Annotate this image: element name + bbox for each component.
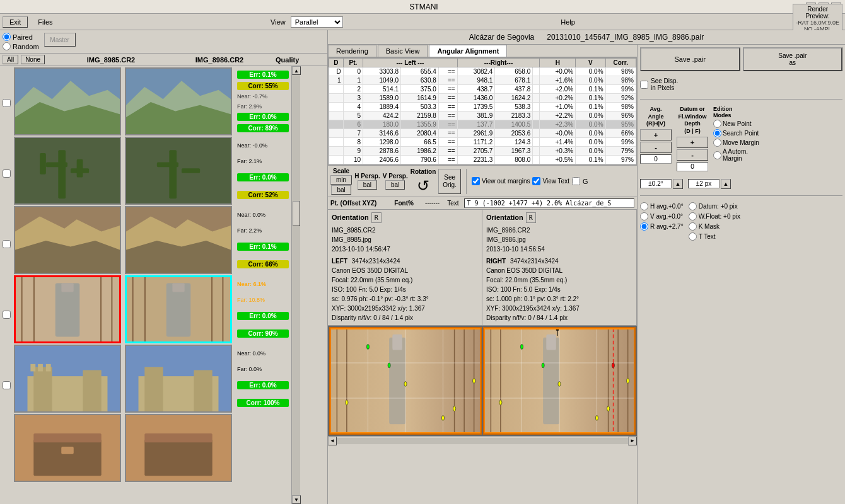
view-select[interactable]: Parallel Cross-eyed xyxy=(291,16,343,28)
table-row[interactable]: 6 180.01355.9== 137.71400.5 +2.3%0.0%95% xyxy=(329,120,636,129)
k-mask-radio[interactable] xyxy=(689,222,697,231)
h-scroll-track[interactable] xyxy=(337,438,628,444)
scroll-track[interactable] xyxy=(292,75,300,495)
step1-input[interactable] xyxy=(640,179,672,188)
h-persp-bal-btn[interactable]: bal xyxy=(358,180,377,190)
avg-minus-btn[interactable]: - xyxy=(640,142,672,153)
thumbnail-left-4[interactable] xyxy=(14,275,121,343)
p-new-point-radio[interactable] xyxy=(713,120,721,128)
datum-minus-btn[interactable]: - xyxy=(677,149,708,161)
table-row[interactable]: D 0 3303.8 655.4 == 3082.4 658.0 +0.0% 0… xyxy=(329,67,636,76)
row5-checkbox-left[interactable] xyxy=(3,381,11,389)
g-checkbox[interactable] xyxy=(572,177,580,185)
m-move-margin-radio[interactable] xyxy=(713,139,721,147)
files-menu[interactable]: Files xyxy=(33,17,57,27)
s-search-point-radio[interactable] xyxy=(713,129,721,137)
random-radio[interactable] xyxy=(3,42,11,50)
view-text-label: View Text xyxy=(542,178,569,185)
wfloat-radio[interactable] xyxy=(689,212,697,220)
thumbnail-right-6[interactable] xyxy=(125,414,232,482)
table-row[interactable]: 8 1298.066.5== 1171.2124.3 +1.4%0.0%99% xyxy=(329,138,636,147)
step1-up-btn[interactable]: ▲ xyxy=(673,179,683,189)
r-avg-row: R avg.+2.7° xyxy=(640,222,684,231)
thumbnail-right-4[interactable] xyxy=(125,275,232,343)
table-row[interactable]: 9 2878.61986.2== 2705.71967.3 +0.3%0.0%7… xyxy=(329,147,636,156)
quality-block-4: Near: 6.1% Far: 10.8% Err: 0.0% Corr: 90… xyxy=(236,275,290,343)
view-text-checkbox[interactable] xyxy=(532,177,540,185)
orient-left-sc: sc: 0.976 ph: -0.1° pv: -0.3° rt: 3.3° xyxy=(332,294,478,304)
rotation-label: Rotation xyxy=(411,168,436,175)
datum-plus-btn[interactable]: + xyxy=(677,137,708,148)
row1-checkbox-left[interactable] xyxy=(3,99,11,107)
step2-input[interactable] xyxy=(688,179,720,188)
datum-radio[interactable] xyxy=(689,202,697,210)
row3-checkbox-left[interactable] xyxy=(3,240,11,248)
t-text-radio[interactable] xyxy=(689,232,697,241)
orient-left-file1: IMG_8985.CR2 xyxy=(332,226,478,235)
table-row[interactable]: 3 1589.01614.9== 1436.01624.2 +0.2%0.1%9… xyxy=(329,94,636,103)
k-mask-row: K Mask xyxy=(689,222,740,231)
thumbnail-right-5[interactable] xyxy=(125,345,232,413)
h-avg-radio[interactable] xyxy=(640,202,648,210)
tab-angular-alignment[interactable]: Angular Alignment xyxy=(429,45,507,57)
master-button[interactable]: Master xyxy=(44,33,76,47)
svg-rect-14 xyxy=(61,283,73,292)
orient-left-R: R xyxy=(371,212,382,223)
see-disp-section: See Disp.in Pixels xyxy=(640,77,842,91)
see-orig-btn[interactable]: SeeOrig. xyxy=(438,169,461,194)
thumbnail-right-2[interactable] xyxy=(125,137,232,205)
none-button[interactable]: None xyxy=(21,55,45,64)
svg-point-98 xyxy=(612,363,614,368)
scale-bal-btn[interactable]: bal xyxy=(331,185,351,195)
avg-value-input[interactable] xyxy=(640,154,672,164)
scale-min-btn[interactable]: min xyxy=(330,175,352,185)
exit-button[interactable]: Exit xyxy=(3,16,28,28)
step2-up-btn[interactable]: ▲ xyxy=(721,179,731,189)
datum-value-input[interactable] xyxy=(677,162,708,171)
table-row[interactable]: 10 2406.6790.6== 2231.3808.0 +0.5%0.1%97… xyxy=(329,156,636,164)
v-persp-bal-btn[interactable]: bal xyxy=(385,180,405,190)
thumbnail-right-3[interactable] xyxy=(125,206,232,274)
svg-rect-21 xyxy=(33,367,52,411)
paired-radio[interactable] xyxy=(3,33,11,41)
thumbnail-left-5[interactable] xyxy=(14,345,121,413)
v-avg-radio[interactable] xyxy=(640,212,648,220)
thumbnail-left-2[interactable] xyxy=(14,137,121,205)
row4-checkbox-left[interactable] xyxy=(3,311,11,319)
save-pair-as-button[interactable]: Save .pairas xyxy=(743,47,843,71)
table-row[interactable]: 4 1889.4503.3== 1739.5538.3 +1.0%0.1%98% xyxy=(329,103,636,112)
tab-basic-view[interactable]: Basic View xyxy=(378,45,428,57)
scroll-up-button[interactable]: ▲ xyxy=(292,66,301,75)
all-button[interactable]: All xyxy=(3,55,18,64)
thumbnail-left-3[interactable] xyxy=(14,206,121,274)
tab-rendering[interactable]: Rendering xyxy=(328,45,376,57)
see-disp-checkbox[interactable] xyxy=(640,81,648,89)
table-row[interactable]: 5 424.22159.8== 381.92183.3 +2.2%0.0%96% xyxy=(329,112,636,120)
scroll-thumb[interactable] xyxy=(293,201,300,226)
h-scroll-right-btn[interactable]: ► xyxy=(628,437,637,445)
avg-plus-btn[interactable]: + xyxy=(640,129,672,140)
r-avg-radio[interactable] xyxy=(640,222,648,231)
table-row[interactable]: 2 514.1375.0== 438.7437.8 +2.0%0.1%99% xyxy=(329,85,636,94)
svg-rect-33 xyxy=(126,138,231,203)
a-autom-radio[interactable] xyxy=(713,151,721,159)
rotation-icon[interactable]: ↺ xyxy=(417,177,429,195)
orient-right-focal: Focal: 22.0mm (35.5mm eq.) xyxy=(486,275,632,285)
table-row[interactable]: 7 3146.62080.4== 2961.92053.6 +0.0%0.0%6… xyxy=(329,129,636,138)
view-out-margins-checkbox[interactable] xyxy=(472,177,480,185)
help-menu[interactable]: Help xyxy=(556,17,580,27)
svg-point-93 xyxy=(558,381,561,386)
scroll-down-button[interactable]: ▼ xyxy=(292,495,301,504)
h-scroll-left-btn[interactable]: ◄ xyxy=(328,437,337,445)
m-move-margin-row: Move Margin xyxy=(713,139,759,147)
row2-checkbox-left[interactable] xyxy=(3,169,11,178)
vertical-scrollbar[interactable]: ▲ ▼ xyxy=(291,66,300,504)
orient-right-dims: 3474x2314x3424 xyxy=(510,258,559,265)
title-bar: STMANI _ □ × xyxy=(0,0,845,14)
thumbnail-left-1[interactable] xyxy=(14,67,121,135)
save-pair-button[interactable]: Save .pair xyxy=(640,47,740,71)
thumbnail-left-6[interactable] xyxy=(14,414,121,482)
thumbnail-right-1[interactable] xyxy=(125,67,232,135)
horizontal-scrollbar[interactable]: ◄ ► xyxy=(328,436,637,445)
table-row[interactable]: 1 1 1049.0630.8== 948.1678.1 +1.6%0.0%98… xyxy=(329,76,636,85)
